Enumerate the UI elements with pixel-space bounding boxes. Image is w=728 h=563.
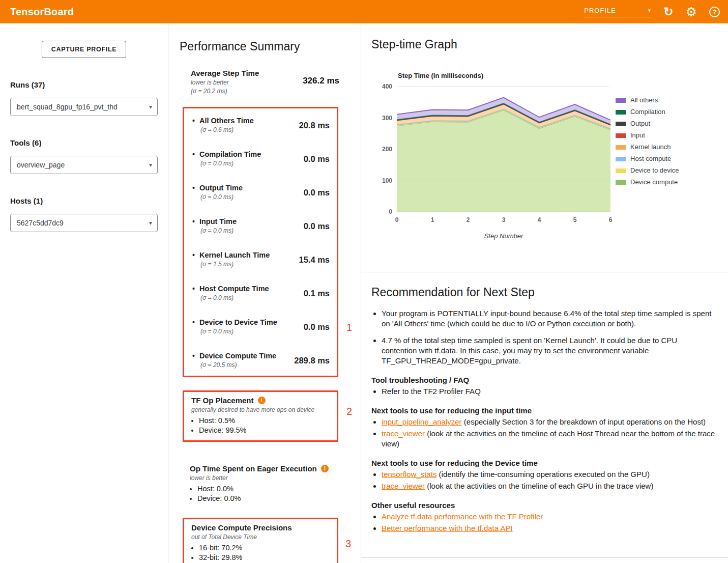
legend-swatch <box>616 180 626 185</box>
recommendation-sections: Tool troubleshooting / FAQ Refer to the … <box>371 376 716 533</box>
tf-op-placement-items: Host: 0.5%Device: 99.5% <box>191 416 331 435</box>
capture-profile-button[interactable]: CAPTURE PROFILE <box>42 41 127 58</box>
svg-text:1: 1 <box>431 216 434 223</box>
legend-label: Compilation <box>630 108 665 116</box>
stat-item: 32-bit: 29.8% <box>199 553 331 562</box>
average-step-time-note: lower is better <box>191 79 259 86</box>
eager-execution-items: Host: 0.0%Device: 0.0% <box>190 484 339 503</box>
runs-select-value: bert_squad_8gpu_fp16_pvt_thd <box>17 103 118 111</box>
section-item: input_pipeline_analyzer (especially Sect… <box>382 417 716 427</box>
help-button[interactable]: ? <box>709 4 720 19</box>
tf-op-placement-title: TF Op Placement <box>191 396 254 405</box>
runs-select[interactable]: bert_squad_8gpu_fp16_pvt_thd ▾ <box>10 98 158 116</box>
section-item: tensorflow_stats (identify the time-cons… <box>382 469 716 480</box>
annotation-box-1: •All Others Time (σ = 0.6 ms) 20.8 ms •C… <box>183 107 338 377</box>
link[interactable]: Better performance with the tf.data API <box>382 524 513 532</box>
refresh-icon: ↻ <box>663 6 673 18</box>
metrics-list: •All Others Time (σ = 0.6 ms) 20.8 ms •C… <box>183 107 338 377</box>
link[interactable]: tensorflow_stats <box>382 470 436 478</box>
gear-icon: ⚙ <box>686 6 697 18</box>
annotation-box-3: Device Compute Precisions out of Total D… <box>183 518 338 563</box>
step-time-chart: 01002003004000123456 <box>371 82 616 227</box>
metric-value: 0.0 ms <box>304 322 330 335</box>
legend-item: All others <box>616 97 679 104</box>
metric-value: 0.0 ms <box>304 221 330 234</box>
legend-item: Kernel launch <box>616 144 679 151</box>
recommendation-section: Next tools to use for reducing the Devic… <box>371 459 716 491</box>
legend-swatch <box>616 98 626 103</box>
metric-row: •Output Time (σ = 0.0 ms) 0.0 ms <box>192 184 330 217</box>
legend-label: Device compute <box>630 179 678 186</box>
annotation-number-3: 3 <box>345 538 351 550</box>
eager-execution: Op Time Spent on Eager Execution i lower… <box>190 460 345 509</box>
section-item-text: (look at the activities on the timeline … <box>382 429 715 448</box>
metric-row: •Host Compute Time (σ = 0.0 ms) 0.1 ms <box>192 285 330 318</box>
section-item: Refer to the TF2 Profiler FAQ <box>382 386 716 397</box>
metric-row: •Device to Device Time (σ = 0.0 ms) 0.0 … <box>192 318 330 352</box>
link[interactable]: trace_viewer <box>382 429 425 438</box>
svg-text:0: 0 <box>389 208 392 215</box>
device-compute-precisions-title: Device Compute Precisions <box>191 523 292 532</box>
help-icon: ? <box>709 7 720 17</box>
sidebar: CAPTURE PROFILE Runs (37) bert_squad_8gp… <box>0 23 168 563</box>
right-panel: Step-time Graph Step Time (in millisecon… <box>361 23 728 563</box>
recommendation-bullet: Your program is POTENTIALLY input-bound … <box>382 308 712 329</box>
stat-item: 16-bit: 70.2% <box>199 543 331 553</box>
section-heading: Next tools to use for reducing the Devic… <box>371 459 716 467</box>
step-time-graph-card: Step-time Graph Step Time (in millisecon… <box>361 23 728 272</box>
chart-title: Step Time (in milliseconds) <box>398 72 716 79</box>
section-item-text: Refer to the TF2 Profiler FAQ <box>382 387 481 396</box>
section-heading: Other useful resources <box>371 501 716 510</box>
device-compute-precisions: Device Compute Precisions out of Total D… <box>183 518 338 563</box>
hosts-select[interactable]: 5627c5dd7dc9 ▾ <box>10 214 158 232</box>
link[interactable]: Analyze tf.data performance with the TF … <box>382 512 543 521</box>
svg-text:0: 0 <box>395 216 399 223</box>
tools-select[interactable]: overview_page ▾ <box>10 156 158 174</box>
link[interactable]: input_pipeline_analyzer <box>382 417 462 426</box>
metric-value: 0.1 ms <box>304 289 330 301</box>
runs-label: Runs (37) <box>10 80 158 89</box>
info-icon[interactable]: i <box>321 465 329 472</box>
recommendation-section: Next tools to use for reducing the input… <box>371 406 716 449</box>
svg-text:100: 100 <box>382 177 392 184</box>
link[interactable]: trace_viewer <box>382 482 425 490</box>
metric-value: 15.4 ms <box>299 255 330 268</box>
annotation-number-1: 1 <box>346 322 352 333</box>
tf-op-placement-note: generally desired to have more ops on de… <box>191 406 331 413</box>
section-item-text: (identify the time-consuming operations … <box>436 470 650 478</box>
average-step-time-sigma: (σ = 20.2 ms) <box>191 88 259 95</box>
legend-item: Device compute <box>616 179 679 186</box>
annotation-box-2: TF Op Placement i generally desired to h… <box>183 390 338 442</box>
section-item: Better performance with the tf.data API <box>382 523 716 533</box>
hosts-select-value: 5627c5dd7dc9 <box>17 219 64 227</box>
svg-text:6: 6 <box>609 216 613 223</box>
performance-summary-title: Performance Summary <box>180 40 353 53</box>
chevron-down-icon: ▾ <box>149 103 152 110</box>
chevron-down-icon: ▾ <box>648 7 652 14</box>
section-item-text: (look at the activities on the timeline … <box>425 482 653 490</box>
metric-value: 20.8 ms <box>299 121 330 133</box>
stat-item: Device: 99.5% <box>199 426 331 435</box>
legend-label: Host compute <box>630 155 671 162</box>
average-step-time: Average Step Time lower is better (σ = 2… <box>191 69 339 95</box>
legend-swatch <box>616 145 626 150</box>
chevron-down-icon: ▾ <box>149 219 152 227</box>
average-step-time-label: Average Step Time <box>191 69 259 77</box>
refresh-button[interactable]: ↻ <box>663 4 673 19</box>
legend-swatch <box>616 133 626 138</box>
hosts-label: Hosts (1) <box>10 196 158 205</box>
chevron-down-icon: ▾ <box>149 161 152 168</box>
eager-execution-title: Op Time Spent on Eager Execution <box>190 464 317 473</box>
x-axis-title: Step Number <box>397 232 610 240</box>
recommendation-title: Recommendation for Next Step <box>371 286 716 299</box>
legend-item: Device to device <box>616 167 679 174</box>
tf-op-placement: TF Op Placement i generally desired to h… <box>183 390 338 442</box>
section-heading: Tool troubleshooting / FAQ <box>371 376 716 384</box>
info-icon[interactable]: i <box>258 397 266 404</box>
settings-button[interactable]: ⚙ <box>686 4 697 19</box>
metric-row: •Input Time (σ = 0.0 ms) 0.0 ms <box>192 217 330 251</box>
dashboard-selector[interactable]: PROFILE ▾ <box>584 7 651 17</box>
recommendation-card: Recommendation for Next Step Your progra… <box>361 272 728 558</box>
metric-value: 0.0 ms <box>304 188 330 201</box>
legend-item: Compilation <box>616 108 679 116</box>
